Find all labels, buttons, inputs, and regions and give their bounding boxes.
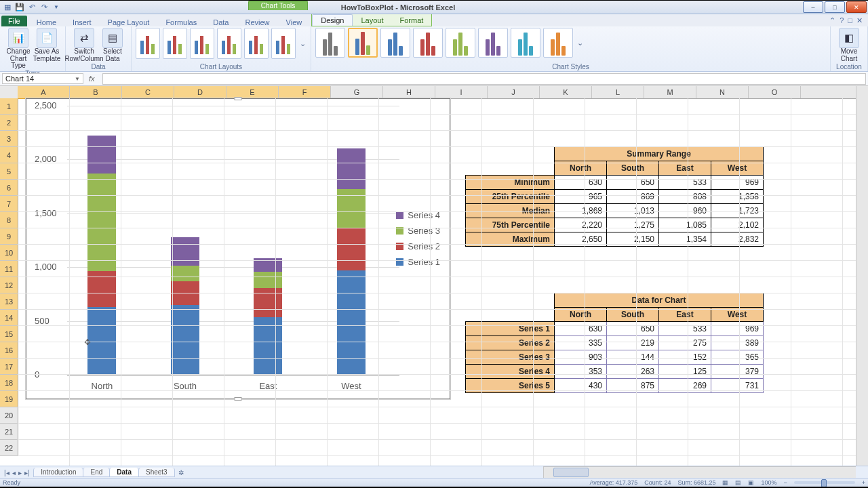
bar-south[interactable] <box>171 237 199 375</box>
legend-item[interactable]: Series 4 <box>396 209 440 222</box>
tab-view[interactable]: View <box>278 17 311 28</box>
table-cell[interactable]: 1,275 <box>607 218 659 232</box>
table-cell[interactable]: 365 <box>711 350 764 365</box>
row-header-8[interactable]: 8 <box>0 212 18 228</box>
chart-style-thumb[interactable] <box>380 28 410 58</box>
tab-page-layout[interactable]: Page Layout <box>100 17 158 28</box>
col-header-H[interactable]: H <box>383 86 435 98</box>
tab-data[interactable]: Data <box>205 17 237 28</box>
view-normal-icon[interactable]: ▦ <box>722 479 728 486</box>
legend-item[interactable]: Series 3 <box>396 224 440 237</box>
row-header-13[interactable]: 13 <box>0 293 18 310</box>
table-cell[interactable]: 903 <box>555 350 607 365</box>
tab-insert[interactable]: Insert <box>64 17 100 28</box>
table-cell[interactable]: 533 <box>659 322 711 336</box>
col-header-J[interactable]: J <box>488 86 540 98</box>
qat-dropdown-icon[interactable]: ▼ <box>52 3 61 12</box>
tab-design[interactable]: Design <box>312 14 353 26</box>
table-cell[interactable]: 335 <box>555 336 607 350</box>
worksheet[interactable]: ABCDEFGHIJKLMNO 123456789101112131415161… <box>0 86 868 472</box>
window-restore-icon[interactable]: □ <box>848 16 852 25</box>
table-cell[interactable]: 125 <box>659 365 711 379</box>
view-page-layout-icon[interactable]: ▤ <box>735 479 741 486</box>
formula-input[interactable] <box>102 73 866 85</box>
table-cell[interactable]: 869 <box>607 190 659 204</box>
row-header-3[interactable]: 3 <box>0 131 18 147</box>
chart-style-thumb[interactable] <box>348 28 378 58</box>
table-cell[interactable]: 1,085 <box>659 218 711 232</box>
minimize-ribbon-icon[interactable]: ⌃ <box>829 16 835 25</box>
row-header-15[interactable]: 15 <box>0 326 18 342</box>
row-header-11[interactable]: 11 <box>0 261 18 277</box>
chart-layout-thumb[interactable] <box>217 28 241 59</box>
table-cell[interactable]: 2,102 <box>711 218 764 232</box>
table-cell[interactable]: 1,358 <box>711 190 764 204</box>
row-header-2[interactable]: 2 <box>0 115 18 131</box>
fx-icon[interactable]: fx <box>83 75 100 83</box>
styles-more-icon[interactable]: ⌄ <box>576 39 584 47</box>
name-box[interactable]: Chart 14▼ <box>2 73 83 84</box>
row-header-1[interactable]: 1 <box>0 98 18 115</box>
window-close-icon[interactable]: ✕ <box>856 16 863 25</box>
column-headers[interactable]: ABCDEFGHIJKLMNO <box>18 86 868 99</box>
close-button[interactable]: ✕ <box>846 1 867 13</box>
save-as-template-button[interactable]: 📄Save As Template <box>33 28 61 70</box>
col-header-G[interactable]: G <box>331 86 383 98</box>
zoom-level[interactable]: 100% <box>761 479 776 486</box>
table-cell[interactable]: 219 <box>607 336 659 350</box>
maximize-button[interactable]: □ <box>825 1 845 13</box>
table-cell[interactable]: 650 <box>607 322 659 336</box>
col-header-O[interactable]: O <box>749 86 801 98</box>
data-for-chart-table[interactable]: Data for ChartNorthSouthEastWestSeries 1… <box>465 293 764 393</box>
row-header-7[interactable]: 7 <box>0 196 18 212</box>
name-box-dropdown-icon[interactable]: ▼ <box>75 76 80 82</box>
tab-formulas[interactable]: Formulas <box>157 17 205 28</box>
new-sheet-icon[interactable]: ✲ <box>178 469 184 476</box>
vertical-scrollbar[interactable] <box>856 86 868 466</box>
save-icon[interactable]: 💾 <box>15 3 24 12</box>
move-chart-button[interactable]: ◧Move Chart <box>835 28 863 62</box>
file-tab[interactable]: File <box>1 16 27 26</box>
change-chart-type-button[interactable]: 📊Change Chart Type <box>4 28 33 70</box>
table-cell[interactable]: 1,868 <box>555 204 607 218</box>
row-header-16[interactable]: 16 <box>0 342 18 359</box>
legend-item[interactable]: Series 2 <box>396 240 440 253</box>
table-cell[interactable]: 1,013 <box>607 204 659 218</box>
zoom-in-button[interactable]: + <box>862 479 865 486</box>
row-headers[interactable]: 12345678910111213141516171819202122 <box>0 98 18 456</box>
chart-layout-thumb[interactable] <box>244 28 269 59</box>
row-header-20[interactable]: 20 <box>0 407 18 424</box>
row-header-22[interactable]: 22 <box>0 440 18 456</box>
table-cell[interactable]: 630 <box>555 176 607 190</box>
table-cell[interactable]: 650 <box>607 176 659 190</box>
col-header-L[interactable]: L <box>592 86 644 98</box>
summary-range-table[interactable]: Summary RangeNorthSouthEastWestMinimum63… <box>465 146 764 247</box>
table-cell[interactable]: 969 <box>711 322 764 336</box>
help-icon[interactable]: ? <box>840 16 844 25</box>
table-cell[interactable]: 808 <box>659 190 711 204</box>
table-cell[interactable]: 379 <box>711 365 764 379</box>
tab-review[interactable]: Review <box>237 17 277 28</box>
minimize-button[interactable]: – <box>803 1 823 13</box>
zoom-out-button[interactable]: − <box>783 479 787 486</box>
row-header-18[interactable]: 18 <box>0 375 18 391</box>
sheet-nav-buttons[interactable]: |◂◂▸▸| <box>3 469 31 476</box>
horizontal-scrollbar[interactable] <box>543 466 856 479</box>
chart-style-thumb[interactable] <box>478 28 508 58</box>
chart-layout-thumb[interactable] <box>190 28 214 59</box>
row-header-4[interactable]: 4 <box>0 147 18 163</box>
table-cell[interactable]: 1,723 <box>711 204 764 218</box>
col-header-F[interactable]: F <box>279 86 331 99</box>
table-cell[interactable]: 152 <box>659 350 711 365</box>
row-header-21[interactable]: 21 <box>0 424 18 440</box>
table-cell[interactable]: 263 <box>607 365 659 379</box>
tab-layout[interactable]: Layout <box>353 15 391 26</box>
col-header-I[interactable]: I <box>435 86 488 98</box>
chart-object[interactable]: 05001,0001,5002,0002,500NorthSouthEastWe… <box>26 98 450 399</box>
col-header-C[interactable]: C <box>122 86 174 99</box>
zoom-slider[interactable] <box>794 481 855 484</box>
row-header-17[interactable]: 17 <box>0 359 18 375</box>
col-header-K[interactable]: K <box>540 86 592 98</box>
layouts-more-icon[interactable]: ⌄ <box>298 39 307 48</box>
tab-home[interactable]: Home <box>28 17 64 28</box>
